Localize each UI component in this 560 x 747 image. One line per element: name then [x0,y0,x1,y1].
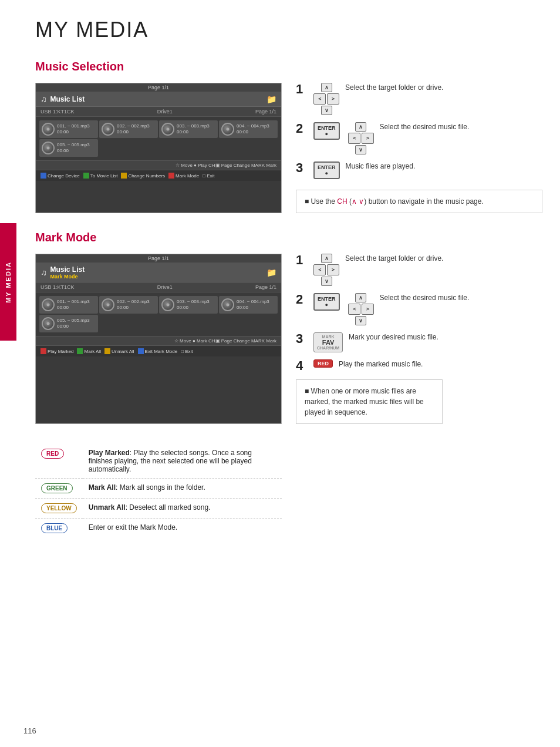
ml-buttons-bar: Change Device To Movie List Change Numbe… [36,170,281,181]
mark-ml-header: ♫ Music List Mark Mode 📁 [36,263,281,282]
blue-indicator-mm [138,348,144,354]
play-marked-btn[interactable]: Play Marked [41,348,73,354]
enter-button-2[interactable]: ENTER● [313,122,340,140]
mark-down-btn-2[interactable]: ∨ [355,316,366,325]
mark-up-btn[interactable]: ∧ [321,254,332,263]
mark-mode-section: Mark Mode Page 1/1 ♫ Music List Mark Mod… [35,231,542,538]
down-btn[interactable]: ∨ [321,106,332,115]
step-1-number: 1 [296,83,308,96]
step-2-desc: Select the desired music file. [380,122,470,132]
unmark-all-btn[interactable]: Unmark All [104,348,134,354]
green-indicator [83,173,89,179]
enter-button-3[interactable]: ENTER● [313,161,340,179]
unmark-all-title: Unmark All [89,503,126,512]
mark-step-4-number: 4 [296,359,308,372]
ml-controls-bar: ☆ Move ● Play CH▣ Page Change MARK Mark [36,160,281,170]
music-list-ui: Page 1/1 ♫ Music List 📁 USB 1:KT1CK Driv… [35,83,282,213]
ml-header-title: ♫ Music List [41,95,85,104]
mark-mode-instructions: 1 ∧ ＜ ＞ ∨ Select the target folder or dr… [296,254,542,424]
mark-step-1-number: 1 [296,254,308,267]
mark-up-btn-2[interactable]: ∧ [355,293,366,302]
mark-all-btn[interactable]: Mark All [77,348,100,354]
step-3-number: 3 [296,161,308,174]
yellow-indicator [121,173,127,179]
fav-mark-button[interactable]: MARK FAV CHAR/NUM [313,332,343,352]
page-number: 116 [23,726,36,735]
list-item[interactable]: 002. ~ 002.mp3 00:00 [99,120,158,138]
blue-indicator [41,173,46,179]
red-indicator-mm [41,348,46,354]
ml-subheader: USB 1:KT1CK Drive1 Page 1/1 [36,107,281,117]
step-3-row: 3 ENTER● Music files are played. [296,161,542,179]
ml-grid: 001. ~ 001.mp3 00:00 002. ~ 002.mp3 00:0… [36,117,281,160]
left-btn[interactable]: ＜ [313,93,326,105]
mark-enter-button-2[interactable]: ENTER● [313,293,340,311]
mark-down-btn[interactable]: ∨ [321,277,332,286]
mark-all-title: Mark All [89,483,116,492]
right-btn-2[interactable]: ＞ [362,133,374,144]
list-item[interactable]: 005. ~ 005.mp3 00:00 [39,315,98,332]
mark-step-4-desc: Play the marked music file. [339,359,423,369]
list-item[interactable]: 004. ~ 004.mp3 00:00 [219,120,278,138]
mark-nav-group-1: ∧ ＜ ＞ ∨ [313,254,339,286]
mark-step-1-row: 1 ∧ ＜ ＞ ∨ Select the target folder or dr… [296,254,542,286]
list-item[interactable]: 003. ~ 003.mp3 00:00 [159,120,218,138]
disc-icon [221,123,234,136]
mark-exit-btn[interactable]: □ Exit [181,348,193,354]
button-desc-section: RED Play Marked: Play the selected songs… [35,438,542,538]
disc-icon [221,298,234,311]
mark-mode-music-list-ui: Page 1/1 ♫ Music List Mark Mode 📁 USB 1:… [35,254,282,424]
mark-step-3-desc: Mark your desired music file. [349,332,438,342]
left-btn-2[interactable]: ＜ [348,133,360,144]
down-btn-2[interactable]: ∨ [355,145,366,154]
music-selection-title: Music Selection [35,60,542,73]
right-btn[interactable]: ＞ [327,93,339,105]
mark-folder-icon: 📁 [266,268,276,277]
ml-header: ♫ Music List 📁 [36,92,281,107]
nav-arrows: ∧ ∨ [352,197,364,206]
mark-mode-btn[interactable]: Mark Mode [168,173,199,179]
table-row: GREEN Mark All: Mark all songs in the fo… [35,479,282,499]
blue-pill-label: BLUE [41,523,68,533]
disc-icon [42,298,55,311]
mark-left-btn-2[interactable]: ＜ [348,304,360,315]
mark-step-1-desc: Select the target folder or drive. [345,254,443,264]
list-item[interactable]: 001. ~ 001.mp3 00:00 [39,296,98,314]
change-numbers-btn[interactable]: Change Numbers [121,173,165,179]
mark-mode-title: Mark Mode [35,231,542,244]
disc-icon [42,142,55,154]
table-row: RED Play Marked: Play the selected songs… [35,444,282,479]
ml-page-label: Page 1/1 [36,83,281,92]
mark-mode-note: ■ When one or more music files are marke… [296,379,443,424]
up-btn[interactable]: ∧ [321,83,332,92]
music-note-icon: ♫ [41,95,47,104]
table-row: YELLOW Unmark All: Deselect all marked s… [35,499,282,519]
to-movie-list-btn[interactable]: To Movie List [83,173,118,179]
mark-right-btn-2[interactable]: ＞ [362,304,374,315]
list-item[interactable]: 003. ~ 003.mp3 00:00 [159,296,218,314]
list-item[interactable]: 004. ~ 004.mp3 00:00 [219,296,278,314]
mark-right-btn[interactable]: ＞ [327,264,339,275]
yellow-indicator-mm [104,348,110,354]
exit-mark-mode-btn[interactable]: Exit Mark Mode [138,348,178,354]
mark-step-2-row: 2 ENTER● ∧ ＜ ＞ ∨ Select the desired musi… [296,293,542,325]
step-1-row: 1 ∧ ＜ ＞ ∨ Select the target folder or dr… [296,83,542,115]
disc-icon [161,298,174,311]
up-btn-2[interactable]: ∧ [355,122,366,132]
disc-icon [161,123,174,136]
music-selection-row: Page 1/1 ♫ Music List 📁 USB 1:KT1CK Driv… [35,83,542,213]
mark-mode-row: Page 1/1 ♫ Music List Mark Mode 📁 USB 1:… [35,254,542,424]
exit-btn[interactable]: □ Exit [203,173,214,179]
mark-step-2-number: 2 [296,293,308,306]
list-item[interactable]: 001. ~ 001.mp3 00:00 [39,120,98,138]
mark-nav-group-2: ∧ ＜ ＞ ∨ [348,293,374,325]
change-device-btn[interactable]: Change Device [41,173,80,179]
list-item[interactable]: 005. ~ 005.mp3 00:00 [39,139,98,157]
mark-left-btn[interactable]: ＜ [313,264,326,275]
red-button[interactable]: RED [313,359,333,368]
mark-music-note-icon: ♫ [41,268,47,277]
play-marked-title: Play Marked [89,449,130,457]
side-tab-label: MY MEDIA [5,261,12,303]
step-2-number: 2 [296,122,308,135]
list-item[interactable]: 002. ~ 002.mp3 00:00 [99,296,158,314]
